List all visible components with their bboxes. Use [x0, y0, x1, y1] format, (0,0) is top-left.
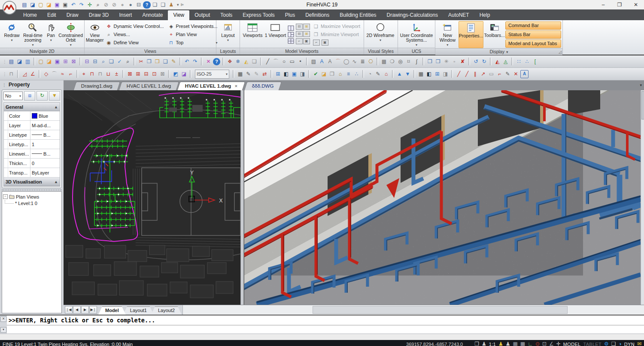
model-layout-tabs-toggle[interactable]: Model and Layout Tabs — [505, 40, 561, 48]
filter-button[interactable]: ▼ — [49, 91, 60, 101]
polar-icon[interactable]: ⊙ — [535, 340, 540, 346]
folder-mini-icon[interactable]: ❏ — [151, 1, 159, 9]
viewport-toggle-1-icon[interactable]: ⊘ — [102, 1, 110, 9]
folder-open-icon[interactable]: ◪ — [320, 70, 328, 78]
bld-new-icon[interactable]: ▤ — [8, 58, 15, 65]
rectangle-icon[interactable]: ▭ — [289, 58, 296, 65]
mark-blue-icon[interactable]: ◩ — [172, 70, 179, 78]
constrained-orbit-button[interactable]: Constrained Orbit▾ — [58, 21, 83, 48]
tab-drawings-calculations[interactable]: Drawings-Calculations — [382, 10, 443, 20]
tab-express-tools[interactable]: Express Tools — [237, 10, 279, 20]
mtext-icon[interactable]: A — [318, 58, 325, 65]
erase-icon[interactable]: ✕ — [205, 58, 212, 65]
arc-icon[interactable]: ⌒ — [272, 58, 279, 65]
tab-home[interactable]: Home — [18, 10, 42, 20]
model-toggle[interactable]: MODEL — [563, 342, 581, 346]
status-bar-toggle[interactable]: Status Bar — [505, 31, 561, 39]
dyn-toggle[interactable]: DYN — [624, 342, 635, 346]
command-bar-toggle[interactable]: Command Bar — [505, 21, 561, 30]
split-3-icon[interactable] — [288, 32, 294, 37]
wipeout-icon[interactable]: ⌑ — [405, 58, 412, 65]
selection-dropdown[interactable]: No▾ — [3, 92, 23, 100]
split-2v-icon[interactable] — [288, 25, 294, 31]
section-general[interactable]: General▲ — [4, 103, 60, 111]
open-bld-icon[interactable]: ◪ — [29, 1, 36, 9]
design-center-icon[interactable]: ❖ — [226, 58, 234, 65]
property-value[interactable]: 1 — [30, 140, 60, 149]
drawing-tab[interactable]: Drawing1.dwg — [73, 82, 120, 90]
windows-cascade-icon[interactable]: ❑ — [611, 340, 616, 346]
plot-icon[interactable]: ⊟ — [83, 58, 91, 65]
text-frame-icon[interactable]: A — [520, 70, 529, 78]
spline-icon[interactable]: ∫ — [413, 58, 420, 65]
donut-icon[interactable]: ◎ — [397, 58, 404, 65]
preview-icon[interactable]: ⌕ — [100, 58, 107, 65]
new-drawing-icon[interactable]: ▢ — [37, 1, 45, 9]
pipe-edit-icon[interactable]: ✎ — [504, 70, 511, 78]
delete-icon[interactable]: ✘ — [459, 58, 466, 65]
boundary-icon[interactable]: ❍ — [389, 58, 396, 65]
vp-join-icon[interactable]: ⊟ — [296, 24, 303, 30]
spell-check-icon[interactable]: ✓ — [116, 58, 123, 65]
match-props-icon[interactable]: ✎ — [170, 58, 177, 65]
tab-layout1[interactable]: Layout1 — [123, 306, 154, 315]
tab-insert[interactable]: Insert — [114, 10, 137, 20]
redo-icon[interactable]: ↷ — [78, 1, 85, 9]
dynamic-view-control-item[interactable]: ❖Dynamic View Control... — [103, 22, 166, 31]
gradient-icon[interactable]: ◭ — [243, 58, 250, 65]
redraw-button[interactable]: Redraw▾ — [1, 21, 22, 48]
group-icon[interactable]: [ — [532, 58, 539, 65]
tab-tools[interactable]: Tools — [215, 10, 237, 20]
vp-poly-icon[interactable]: ⌐ — [296, 38, 303, 44]
ucs-button[interactable]: User Coordinate Systems...▾ — [399, 21, 434, 48]
property-value[interactable]: M-ad-d... — [30, 121, 60, 130]
properties-button[interactable]: Properties... — [459, 21, 484, 48]
pipe-riser-icon[interactable]: ↗ — [480, 70, 487, 78]
open-drawing-icon[interactable]: ◪ — [45, 1, 53, 9]
viewport-toggle-2-icon[interactable]: ⊘ — [110, 1, 118, 9]
purge-check-icon[interactable]: ✔ — [312, 70, 319, 78]
undo-icon[interactable]: ↶ — [70, 1, 77, 9]
drawing-tab[interactable]: HVAC LEVEL 1.dwg — [119, 82, 179, 90]
duct-icon[interactable]: ▭ — [488, 70, 495, 78]
view-redo-icon[interactable]: ↻ — [480, 58, 488, 65]
building-red-icon[interactable]: ⌂ — [383, 70, 390, 78]
paste-icon[interactable]: ❒ — [154, 58, 161, 65]
help-icon[interactable]: ? — [143, 1, 151, 9]
find-icon[interactable]: ⌕ — [124, 58, 131, 65]
tab-autonet[interactable]: AutoNET — [443, 10, 474, 20]
qat-customize-icon[interactable]: ⊫ — [181, 3, 184, 7]
vp-restore-icon[interactable]: ⊟ — [296, 31, 303, 37]
open-icon[interactable]: ◪ — [46, 58, 53, 65]
dim-jogged-icon[interactable]: ≈ — [59, 70, 66, 78]
dim-style-icon[interactable]: ⊠ — [159, 70, 166, 78]
tab-model[interactable]: Model — [98, 306, 126, 315]
layout-nav-0[interactable]: ❘◀ — [65, 306, 73, 314]
paste-special-icon[interactable]: ❑ — [162, 58, 169, 65]
dim-angular-icon[interactable]: ∠ — [29, 70, 36, 78]
opening-icon[interactable]: ◨ — [442, 70, 449, 78]
preset-viewpoints-item[interactable]: ◈Preset Viewpoints... — [166, 22, 220, 31]
vp-new-icon[interactable]: ⊞ — [303, 24, 310, 30]
layout-nav-3[interactable]: ▶❘ — [89, 306, 97, 314]
views-item[interactable]: ⌕Views... — [103, 31, 166, 39]
center-mark-icon[interactable]: ⌖ — [80, 70, 88, 78]
close-button[interactable]: ✕ — [628, 0, 644, 9]
explode-icon[interactable]: ✳ — [443, 58, 450, 65]
fitting-icon[interactable]: ⌐ — [496, 70, 503, 78]
tab-plus[interactable]: Plus — [280, 10, 300, 20]
vp-named-icon[interactable]: ⊞ — [303, 31, 310, 37]
region-icon[interactable]: ▩ — [380, 58, 388, 65]
level-up-icon[interactable]: ▲ — [396, 70, 403, 78]
property-value[interactable]: ByLayer — [30, 168, 60, 177]
save-icon[interactable]: ▣ — [53, 1, 61, 9]
property-value[interactable]: B... — [30, 149, 60, 158]
minimize-button[interactable]: – — [595, 0, 611, 9]
restore-button[interactable]: ❐ — [611, 0, 628, 9]
vp-lock-icon[interactable]: ▣ — [322, 40, 328, 46]
otrack-icon[interactable]: ∠ — [549, 340, 554, 346]
redo-icon[interactable]: ↷ — [191, 58, 199, 65]
settings-gear-icon[interactable]: ⚙ — [604, 340, 609, 346]
bld-doc-icon[interactable]: ▥ — [24, 58, 31, 65]
bld-open-icon[interactable]: ◪ — [16, 58, 23, 65]
